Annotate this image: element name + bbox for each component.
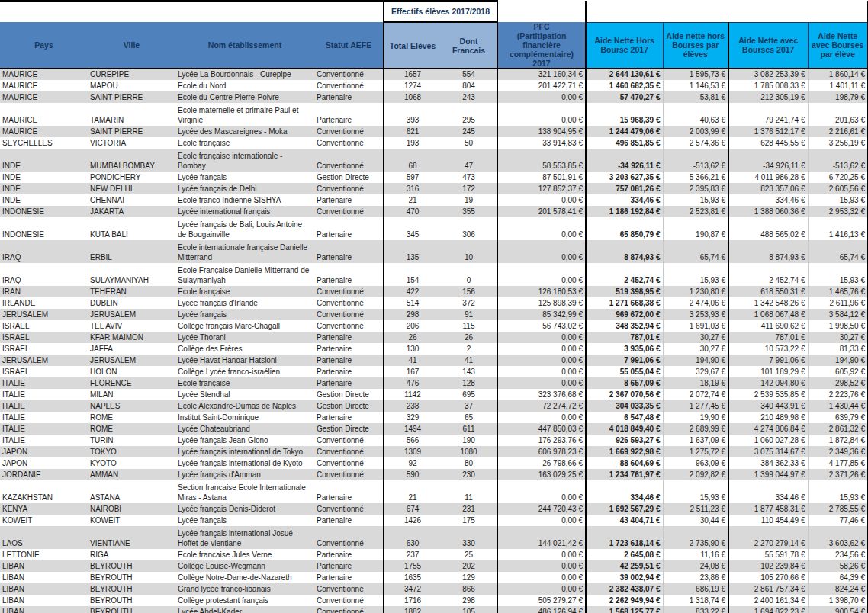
cell-aide_hors[interactable]: 1 234 761,97 € — [586, 469, 663, 480]
cell-nom[interactable]: Lycée Thorani — [175, 332, 314, 343]
cell-pfc[interactable]: 0,00 € — [497, 332, 586, 343]
cell-total[interactable]: 1882 — [384, 606, 441, 613]
column-header-ville[interactable]: Ville — [88, 22, 175, 69]
cell-dont[interactable]: 41 — [441, 355, 497, 366]
cell-dont[interactable]: 298 — [441, 595, 497, 606]
cell-ville[interactable]: BEYROUTH — [88, 560, 175, 572]
cell-dont[interactable]: 295 — [441, 103, 497, 126]
cell-nom[interactable]: Ecole Française Danielle Mitterrand de S… — [175, 263, 314, 286]
cell-total[interactable]: 1716 — [384, 595, 441, 606]
cell-nom[interactable]: Lycée français d'Amman — [175, 469, 314, 480]
cell-aide_avec_par[interactable]: 2 371,26 € — [808, 469, 868, 480]
cell-aide_hors_par[interactable]: 329,67 € — [663, 366, 728, 377]
cell-total[interactable]: 597 — [384, 172, 441, 183]
cell-aide_hors_par[interactable]: 15,93 € — [663, 263, 728, 286]
cell-dont[interactable]: 611 — [441, 423, 497, 435]
cell-aide_avec_par[interactable]: 234,56 € — [808, 549, 868, 560]
cell-nom[interactable]: Ecole française — [175, 137, 314, 149]
cell-ville[interactable]: PONDICHERY — [88, 172, 175, 183]
cell-aide_avec[interactable]: 334,46 € — [728, 194, 808, 206]
cell-ville[interactable]: FLORENCE — [88, 377, 175, 389]
cell-aide_hors[interactable]: 2 367 070,56 € — [586, 389, 663, 400]
cell-statut[interactable]: Partenaire — [314, 343, 384, 355]
cell-total[interactable]: 329 — [384, 412, 441, 423]
cell-statut[interactable]: Partenaire — [314, 355, 384, 366]
cell-nom[interactable]: Lycée Havat Hanoar Hatsioni — [175, 355, 314, 366]
cell-aide_avec_par[interactable]: -513,62 € — [808, 149, 868, 172]
cell-nom[interactable]: Ecole maternelle et primaire Paul et Vir… — [175, 103, 314, 126]
cell-total[interactable]: 92 — [384, 457, 441, 469]
cell-aide_hors_par[interactable]: 686,19 € — [663, 583, 728, 595]
cell-aide_hors[interactable]: 88 604,69 € — [586, 457, 663, 469]
cell-aide_hors_par[interactable]: 2 735,90 € — [663, 526, 728, 549]
cell-dont[interactable]: 172 — [441, 183, 497, 194]
cell-aide_hors_par[interactable]: 2 474,06 € — [663, 297, 728, 309]
cell-total[interactable]: 135 — [384, 240, 441, 263]
cell-nom[interactable]: Lycée français de Bali, Louis Antoine de… — [175, 217, 314, 240]
cell-aide_avec_par[interactable]: 3 603,62 € — [808, 526, 868, 549]
cell-nom[interactable]: Lycée Chateaubriand — [175, 423, 314, 435]
cell-statut[interactable]: Conventionné — [314, 503, 384, 515]
cell-dont[interactable]: 0 — [441, 263, 497, 286]
cell-aide_hors_par[interactable]: 194,90 € — [663, 355, 728, 366]
cell-pays[interactable]: ISRAEL — [0, 332, 88, 343]
cell-statut[interactable]: Conventionné — [314, 469, 384, 480]
cell-pays[interactable]: LIBAN — [0, 572, 88, 583]
cell-aide_avec[interactable]: 4 274 806,84 € — [728, 423, 808, 435]
cell-ville[interactable]: JAKARTA — [88, 206, 175, 217]
cell-aide_avec[interactable]: 55 591,78 € — [728, 549, 808, 560]
cell-aide_hors_par[interactable]: 2 511,23 € — [663, 503, 728, 515]
cell-pfc[interactable]: 321 160,34 € — [497, 69, 586, 80]
cell-total[interactable]: 514 — [384, 297, 441, 309]
cell-statut[interactable]: Conventionné — [314, 320, 384, 332]
cell-aide_avec_par[interactable]: 65,74 € — [808, 240, 868, 263]
cell-aide_hors_par[interactable]: 2 523,81 € — [663, 206, 728, 217]
cell-aide_avec_par[interactable]: 15,93 € — [808, 263, 868, 286]
cell-total[interactable]: 393 — [384, 103, 441, 126]
cell-nom[interactable]: Collège Notre-Dame-de-Nazareth — [175, 572, 314, 583]
cell-ville[interactable]: TOKYO — [88, 446, 175, 457]
column-header-nom-etablissement[interactable]: Nom établissement — [175, 22, 314, 69]
cell-ville[interactable]: TAMARIN — [88, 103, 175, 126]
cell-aide_hors[interactable]: 1 271 668,38 € — [586, 297, 663, 309]
cell-aide_hors[interactable]: 1 568 125,77 € — [586, 606, 663, 613]
cell-aide_avec[interactable]: 1 785 008,33 € — [728, 80, 808, 91]
cell-aide_avec[interactable]: 1 877 458,31 € — [728, 503, 808, 515]
cell-statut[interactable]: Partenaire — [314, 103, 384, 126]
column-header-aide-avec-par-eleve[interactable]: Aide Nette avec Bourses par élève — [808, 22, 868, 69]
cell-dont[interactable]: 128 — [441, 377, 497, 389]
cell-aide_avec_par[interactable]: 1 872,84 € — [808, 435, 868, 446]
cell-aide_avec[interactable]: 628 445,55 € — [728, 137, 808, 149]
cell-pays[interactable]: ITALIE — [0, 435, 88, 446]
cell-statut[interactable]: Conventionné — [314, 526, 384, 549]
cell-ville[interactable]: VICTORIA — [88, 137, 175, 149]
cell-pfc[interactable]: 201 422,71 € — [497, 80, 586, 91]
cell-aide_hors_par[interactable]: 15,93 € — [663, 480, 728, 503]
cell-nom[interactable]: Lycée des Mascareignes - Moka — [175, 126, 314, 137]
cell-aide_hors[interactable]: 3 935,06 € — [586, 343, 663, 355]
cell-dont[interactable]: 26 — [441, 332, 497, 343]
cell-pfc[interactable]: 0,00 € — [497, 572, 586, 583]
cell-pfc[interactable]: 244 720,43 € — [497, 503, 586, 515]
cell-pfc[interactable]: 33 914,83 € — [497, 137, 586, 149]
cell-aide_hors_par[interactable]: 24,08 € — [663, 560, 728, 572]
cell-total[interactable]: 206 — [384, 320, 441, 332]
cell-pays[interactable]: LAOS — [0, 526, 88, 549]
cell-total[interactable]: 238 — [384, 400, 441, 412]
cell-aide_avec[interactable]: 1 694 822,23 € — [728, 606, 808, 613]
cell-nom[interactable]: Lycée français d'Irlande — [175, 297, 314, 309]
cell-statut[interactable]: Partenaire — [314, 560, 384, 572]
cell-pfc[interactable]: 126 180,53 € — [497, 286, 586, 297]
cell-ville[interactable]: DUBLIN — [88, 297, 175, 309]
cell-aide_avec[interactable]: 411 690,62 € — [728, 320, 808, 332]
cell-nom[interactable]: Lycée français international de Tokyo — [175, 446, 314, 457]
cell-pays[interactable]: INDONESIE — [0, 206, 88, 217]
cell-total[interactable]: 154 — [384, 263, 441, 286]
cell-dont[interactable]: 1080 — [441, 446, 497, 457]
cell-total[interactable]: 674 — [384, 503, 441, 515]
cell-statut[interactable]: Conventionné — [314, 126, 384, 137]
cell-statut[interactable]: Conventionné — [314, 206, 384, 217]
cell-nom[interactable]: Collège Louise-Wegmann — [175, 560, 314, 572]
cell-aide_avec[interactable]: 10 573,22 € — [728, 343, 808, 355]
cell-aide_hors_par[interactable]: 3 253,93 € — [663, 309, 728, 320]
